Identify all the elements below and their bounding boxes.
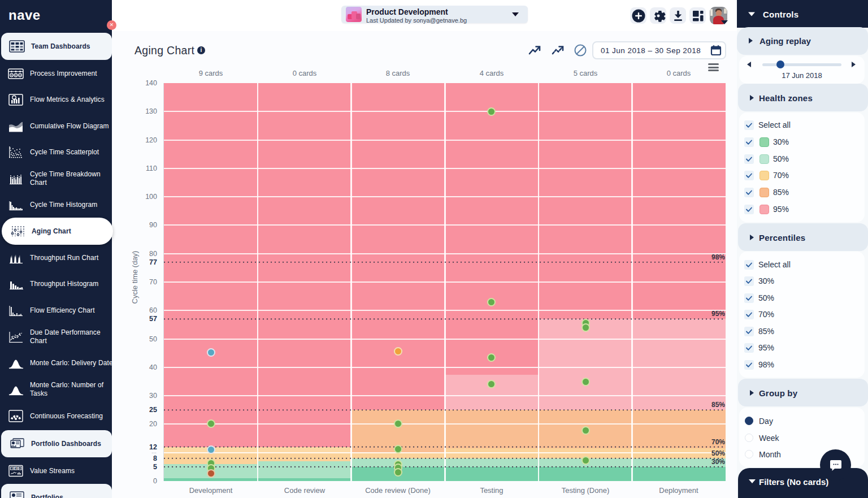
svg-text:%: % [11,467,13,469]
svg-text:$: $ [15,467,17,470]
